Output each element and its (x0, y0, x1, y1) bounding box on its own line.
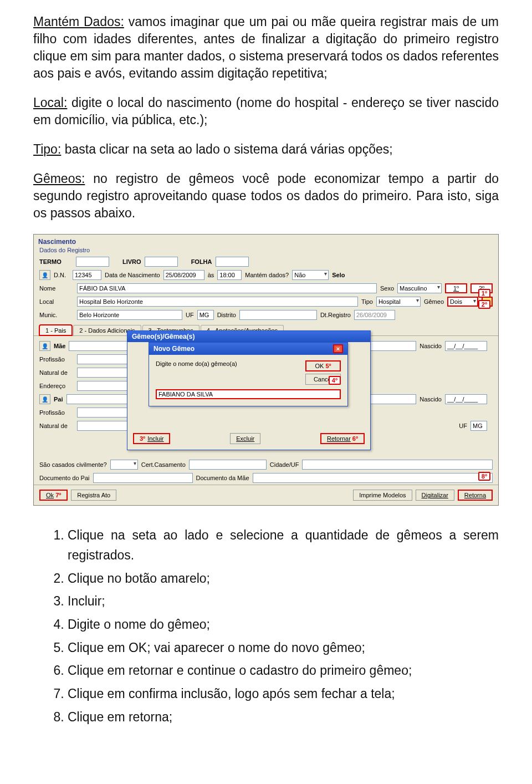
input-uf[interactable]: MG (197, 310, 214, 320)
label-folha: FOLHA (191, 258, 212, 265)
input-nome[interactable]: FÁBIO DA SILVA (77, 283, 377, 293)
text-local: digite o local do nascimento (nome do ho… (33, 95, 499, 127)
label-local: Local: (33, 95, 67, 110)
label-distrito: Distrito (217, 312, 236, 318)
mae-icon[interactable]: 👤 (39, 341, 50, 351)
label-sexo: Sexo (380, 285, 394, 292)
steps-list: Clique na seta ao lado e selecione a qua… (33, 526, 499, 727)
label-natural-pai: Natural de (39, 422, 74, 429)
input-dtreg[interactable]: 26/08/2009 (354, 310, 395, 320)
excluir-button[interactable]: Excluir (230, 433, 260, 444)
screenshot-nascimento: Nascimento Dados do Registro TERMO LIVRO… (33, 234, 499, 506)
step-7: Clique em confirma inclusão, logo após s… (68, 684, 499, 704)
label-profissao-pai: Profissão (39, 409, 74, 416)
input-docmae[interactable] (253, 473, 493, 483)
label-mantem: Mantém dados? (245, 272, 289, 278)
tab-1-pais[interactable]: 1 - Pais (39, 325, 72, 335)
label-nome: Nome (39, 285, 74, 292)
select-mantem[interactable]: Não (292, 270, 329, 280)
close-icon[interactable]: × (333, 344, 343, 353)
input-nascido-pai[interactable]: __/__/____ (445, 394, 487, 404)
label-endereco-mae: Endereço (39, 383, 74, 389)
input-gemeo-nome[interactable]: FABIANO DA SILVA (156, 389, 341, 399)
input-certcas[interactable] (189, 460, 267, 470)
dialog-novo-gemeo: Novo Gêmeo × Digite o nome do(a) gêmeo(a… (149, 342, 348, 406)
badge-1: 1º (478, 289, 490, 298)
input-termo[interactable] (76, 257, 109, 267)
label-mantem: Mantém Dados: (33, 14, 124, 29)
input-distrito[interactable] (239, 310, 317, 320)
input-uf-pai[interactable]: MG (470, 421, 487, 431)
label-docmae: Documento da Mãe (196, 475, 249, 481)
para-tipo: Tipo: basta clicar na seta ao lado o sis… (33, 141, 499, 158)
input-folha[interactable] (216, 257, 249, 267)
input-dn[interactable]: 12345 (73, 270, 101, 280)
dialog-ok-button[interactable]: OK 5º (305, 360, 341, 371)
label-nascido-mae: Nascido (420, 343, 442, 349)
person-icon[interactable]: 👤 (39, 270, 50, 280)
label-uf-pai: UF (459, 422, 467, 429)
label-docpai: Documento do Pai (39, 475, 90, 481)
label-pai: Pai (54, 396, 63, 403)
text-tipo: basta clicar na seta ao lado o sistema d… (61, 142, 392, 156)
digitalizar-button[interactable]: Digitalizar (416, 490, 454, 501)
selo-1[interactable]: 1º (445, 283, 467, 293)
input-local[interactable]: Hospital Belo Horizonte (77, 297, 358, 307)
select-tipo[interactable]: Hospital (376, 297, 421, 307)
pai-icon[interactable]: 👤 (39, 394, 50, 404)
select-casados[interactable] (110, 460, 138, 470)
label-gemeos: Gêmeos: (33, 171, 85, 186)
label-as: às (208, 272, 214, 278)
label-mae: Mãe (54, 343, 65, 349)
label-dtreg: Dt.Registro (320, 312, 351, 318)
label-munic: Munic. (39, 312, 74, 318)
para-gemeos: Gêmeos: no registro de gêmeos você pode … (33, 170, 499, 222)
step-6: Clique em retornar e continue o cadastro… (68, 661, 499, 681)
input-datanasc[interactable]: 25/08/2009 (163, 270, 204, 280)
dialog-gemeos-title: Gêmeo(s)/Gêmea(s) (132, 333, 195, 340)
step-1: Clique na seta ao lado e selecione a qua… (68, 526, 499, 565)
label-termo: TERMO (39, 258, 73, 265)
input-nascido-mae[interactable]: __/__/____ (445, 341, 487, 351)
label-nascido-pai: Nascido (420, 396, 442, 403)
step-2: Clique no botão amarelo; (68, 569, 499, 589)
input-docpai[interactable] (93, 473, 193, 483)
badge-8: 8º (478, 472, 490, 481)
label-datanasc: Data de Nascimento (105, 272, 160, 278)
dialog-novo-title: Novo Gêmeo (154, 345, 195, 353)
imprime-modelos-button[interactable]: Imprime Modelos (353, 490, 412, 501)
text-gemeos: no registro de gêmeos você pode economiz… (33, 171, 499, 220)
step-4: Digite o nome do gêmeo; (68, 615, 499, 635)
select-sexo[interactable]: Masculino (397, 283, 442, 293)
label-profissao-mae: Profissão (39, 356, 74, 363)
label-dn: D.N. (54, 272, 69, 278)
badge-4: 4º (329, 376, 341, 385)
para-mantem-dados: Mantém Dados: vamos imaginar que um pai … (33, 13, 499, 82)
dialog-gemeos: Gêmeo(s)/Gêmea(s) Novo Gêmeo × Digite o … (127, 330, 371, 450)
group-dados-registro: Dados do Registro (34, 247, 498, 255)
label-natural-mae: Natural de (39, 369, 74, 376)
select-gemeo[interactable]: Dois (447, 297, 478, 307)
label-casados: São casados civilmente? (39, 461, 107, 468)
para-local: Local: digite o local do nascimento (nom… (33, 94, 499, 129)
input-livro[interactable] (145, 257, 178, 267)
input-munic[interactable]: Belo Horizonte (77, 310, 182, 320)
badge-2: 2º (478, 300, 490, 309)
label-tipo: Tipo: (33, 142, 61, 156)
registra-ato-button[interactable]: Registra Ato (71, 490, 116, 501)
retorna-button[interactable]: Retorna (458, 490, 493, 501)
label-livro: LIVRO (122, 258, 141, 265)
dialog-prompt: Digite o nome do(a) gêmeo(a) (156, 360, 300, 385)
input-hora[interactable]: 18:00 (217, 270, 242, 280)
label-uf: UF (186, 312, 194, 318)
label-local-shot: Local (39, 298, 74, 305)
label-certcas: Cert.Casamento (141, 461, 186, 468)
ok-button[interactable]: Ok 7º (39, 490, 68, 501)
step-8: Clique em retorna; (68, 707, 499, 727)
label-cidadeuf: Cidade/UF (270, 461, 299, 468)
incluir-button[interactable]: 3ºIncluir (133, 433, 170, 444)
retornar-button[interactable]: Retornar 6º (320, 433, 365, 444)
label-selo: Selo (332, 272, 345, 278)
input-cidadeuf[interactable] (302, 460, 493, 470)
step-3: Incluir; (68, 592, 499, 612)
